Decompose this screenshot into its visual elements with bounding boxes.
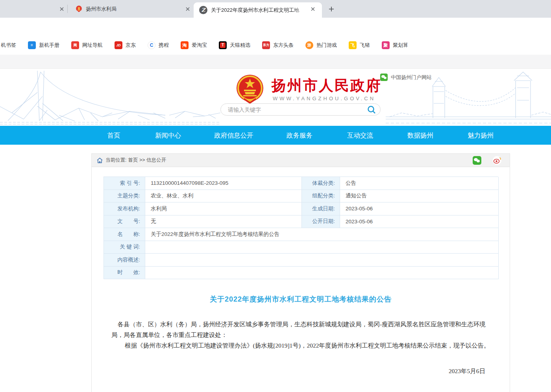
- bookmark-icon: JD: [115, 41, 122, 49]
- site-logo-favicon-icon: Z: [199, 6, 207, 14]
- breadcrumb: 当前位置: 首页 >> 信息公开: [92, 154, 510, 167]
- gov-emblem-favicon-icon: [76, 6, 82, 12]
- tab-divider: [67, 5, 68, 13]
- article: 关于2022年度扬州市水利工程文明工地考核结果的公告 各县（市、区）水利（务）局…: [92, 279, 510, 392]
- bookmark-jd[interactable]: JD 京东: [115, 41, 136, 49]
- tab-yangzhou-water-bureau[interactable]: 扬州市水利局: [69, 0, 193, 18]
- search-icon[interactable]: [363, 104, 380, 116]
- bookmark-ctrip[interactable]: C 携程: [148, 41, 169, 49]
- nav-charm[interactable]: 魅力扬州: [468, 126, 494, 145]
- site-title: 扬州市人民政府: [272, 76, 382, 96]
- bookmark-icon: 聚: [382, 41, 390, 49]
- site-search: [220, 103, 381, 116]
- site-url-text: WWW.YANGZHOU.GOV.CN: [273, 96, 375, 101]
- bookmark-icon: T: [219, 41, 227, 49]
- main-nav: 首页 新闻中心 政府信息公开 政务服务 互动交流 数据扬州 魅力扬州: [0, 126, 551, 145]
- tab-title: 扬州市水利局: [86, 6, 172, 13]
- bookmark-icon: 飞: [349, 41, 357, 49]
- bookmark-icon: 淘: [181, 41, 189, 49]
- nav-interaction[interactable]: 互动交流: [347, 126, 373, 145]
- meta-label: 组配分类:: [302, 190, 340, 203]
- national-emblem-icon: [235, 74, 264, 106]
- article-paragraph: 各县（市、区）水利（务）局，扬州经济开发区城乡事务管理局，生态科技新城规划建设局…: [111, 319, 490, 340]
- close-icon[interactable]: [309, 6, 316, 13]
- meta-label: 公开日期:: [302, 215, 340, 228]
- bookmark-icon: 东方: [262, 41, 270, 49]
- document-meta-table: 索 引 号: 11321000014407098E-2023-095 体裁分类:…: [104, 177, 498, 279]
- article-title: 关于2022年度扬州市水利工程文明工地考核结果的公告: [92, 294, 510, 304]
- tab-title: 关于2022年度扬州市水利工程文明工地: [211, 7, 305, 14]
- weibo-share-icon[interactable]: [493, 156, 501, 165]
- meta-label: 文 号:: [104, 215, 145, 228]
- browser-window: 扬州市水利局 Z 关于2022年度扬州市水利工程文明工地 不安全: [0, 0, 551, 392]
- bookmark-partial[interactable]: 机书签: [1, 42, 16, 49]
- bookmarks-bar: 机书签 ≡ 新机手册 网 网址导航 JD 京东 C 携程 淘 爱淘宝 T 天猫精…: [0, 37, 551, 54]
- meta-label: 时 效:: [104, 267, 145, 280]
- close-icon[interactable]: [184, 6, 191, 13]
- meta-label: 关 键 词:: [104, 241, 145, 254]
- meta-label: 生成日期:: [302, 202, 340, 215]
- nav-services[interactable]: 政务服务: [287, 126, 312, 145]
- meta-value: 通知公告: [340, 190, 499, 203]
- meta-label: 主题分类:: [104, 190, 145, 203]
- bookmark-icon: 网: [71, 41, 79, 49]
- bookmark-icon: C: [148, 41, 155, 49]
- meta-label: 体裁分类:: [302, 177, 340, 190]
- wechat-icon: [380, 74, 388, 81]
- portal-link[interactable]: 中国扬州门户网站: [380, 74, 432, 81]
- tab-announcement-active[interactable]: Z 关于2022年度扬州市水利工程文明工地: [194, 2, 322, 18]
- meta-value: 农业、林业、水利: [145, 190, 302, 203]
- meta-value: [145, 267, 499, 280]
- bookmark-manual[interactable]: ≡ 新机手册: [28, 41, 59, 49]
- search-input[interactable]: [221, 107, 363, 113]
- breadcrumb-label: 当前位置:: [105, 157, 126, 164]
- bookmark-fliggy[interactable]: 飞 飞猪: [349, 41, 370, 49]
- tab-bar: 扬州市水利局 Z 关于2022年度扬州市水利工程文明工地: [0, 0, 551, 18]
- bridge-lineart-left: [0, 69, 220, 126]
- bookmark-eastday[interactable]: 东方 东方头条: [262, 41, 294, 49]
- meta-value: 2023-05-06: [340, 215, 499, 228]
- meta-value: 2023-05-06: [340, 202, 499, 215]
- gov-utility-bar: 中央人民政府 江苏省人民政府: [0, 55, 551, 69]
- nav-data[interactable]: 数据扬州: [407, 126, 433, 145]
- meta-value: 公告: [340, 177, 499, 190]
- nav-news[interactable]: 新闻中心: [155, 126, 181, 145]
- bookmark-games[interactable]: 游 热门游戏: [305, 41, 337, 49]
- nav-info-disclosure[interactable]: 政府信息公开: [214, 126, 253, 145]
- close-icon[interactable]: [58, 6, 65, 13]
- new-tab-button[interactable]: [327, 4, 336, 14]
- breadcrumb-path[interactable]: 首页 >> 信息公开: [128, 157, 166, 164]
- bookmark-juhuasuan[interactable]: 聚 聚划算: [382, 41, 408, 49]
- bookmark-icon: ≡: [28, 41, 36, 49]
- meta-value: 关于2022年度扬州市水利工程文明工地考核结果的公告: [145, 228, 499, 241]
- meta-label: 索 引 号:: [104, 177, 145, 190]
- meta-label: 内容概述:: [104, 254, 145, 267]
- meta-value: 11321000014407098E-2023-095: [145, 177, 302, 190]
- bookmark-taobao[interactable]: 淘 爱淘宝: [181, 41, 207, 49]
- meta-value: [145, 254, 499, 267]
- bookmark-tmall[interactable]: T 天猫精选: [219, 41, 250, 49]
- meta-value: 无: [145, 215, 302, 228]
- meta-value: [145, 241, 499, 254]
- meta-label: 名 称:: [104, 228, 145, 241]
- bookmark-icon: 游: [305, 41, 313, 49]
- wechat-share-icon[interactable]: [473, 156, 481, 165]
- article-date: 2023年5月6日: [92, 367, 510, 375]
- bookmark-nav-site[interactable]: 网 网址导航: [71, 41, 103, 49]
- address-bar: 不安全 yangzhou.gov.cn/yzszxxgk/slj/202305/…: [0, 18, 551, 37]
- meta-value: 水利局: [145, 202, 302, 215]
- article-paragraph: 根据《扬州市水利工程文明工地建设管理办法》(扬水规[2019]1号)，2022年…: [111, 340, 490, 351]
- meta-label: 发布机构:: [104, 202, 145, 215]
- home-icon: [97, 158, 103, 163]
- content-panel: 当前位置: 首页 >> 信息公开 索 引 号: 1132100001440709…: [91, 153, 510, 392]
- nav-home[interactable]: 首页: [107, 126, 120, 145]
- site-banner: 扬州市人民政府 WWW.YANGZHOU.GOV.CN 中国扬州门户网站: [0, 69, 551, 126]
